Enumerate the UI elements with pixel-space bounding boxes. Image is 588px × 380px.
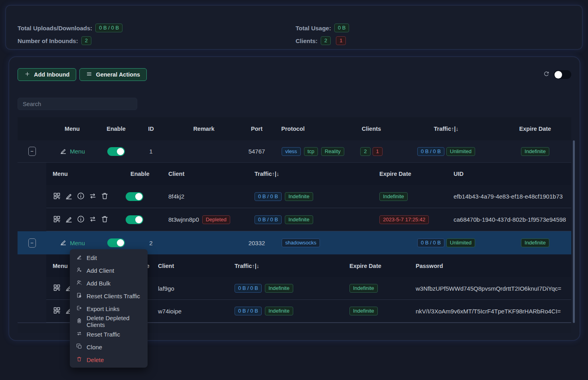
menu-item-reset-traffic[interactable]: Reset Traffic bbox=[70, 328, 148, 341]
inbound-menu-button[interactable]: Menu bbox=[59, 238, 85, 247]
inbound-context-menu: Edit Add Client Add Bulk Reset Clients T… bbox=[70, 249, 148, 368]
menu-lines-icon bbox=[86, 71, 92, 78]
inbound-menu-button[interactable]: Menu bbox=[59, 147, 85, 156]
edit-pencil-icon bbox=[59, 238, 67, 247]
client-uid: ca68470b-1940-437d-802b-1f9573e94598 bbox=[447, 216, 571, 223]
qr-code-icon[interactable] bbox=[53, 192, 61, 201]
collapse-row-button[interactable]: − bbox=[28, 238, 36, 248]
inbound-port: 20332 bbox=[240, 240, 274, 246]
header-client: Client bbox=[162, 171, 248, 177]
traffic-limit-badge: Indefinite bbox=[285, 215, 313, 224]
expire-badge: Indefinite bbox=[521, 238, 549, 247]
inbound-clients-badges: 2 1 bbox=[349, 147, 393, 156]
menu-item-delete-depleted-clients[interactable]: Delete Depleted Clients bbox=[70, 315, 148, 328]
header-traffic-sort[interactable]: Traffic↑|↓ bbox=[228, 263, 343, 269]
protocol-tag: Reality bbox=[321, 147, 344, 156]
client-name: w74ioipe bbox=[152, 308, 228, 315]
add-inbound-label: Add Inbound bbox=[34, 71, 69, 78]
export-links-icon bbox=[76, 305, 82, 312]
add-inbound-button[interactable]: Add Inbound bbox=[18, 68, 76, 81]
client-row: 8t3wjnn8p0 Depleted 0 B / 0 B Indefinite… bbox=[46, 208, 571, 231]
menu-item-export-links[interactable]: Export Links bbox=[70, 302, 148, 315]
traffic-badge: 0 B / 0 B bbox=[255, 192, 282, 201]
depleted-badge: Depleted bbox=[202, 215, 230, 224]
edit-pencil-icon bbox=[59, 147, 67, 156]
menu-item-add-client[interactable]: Add Client bbox=[70, 264, 148, 277]
inbound-port: 54767 bbox=[240, 148, 274, 155]
collapse-row-button[interactable]: − bbox=[28, 147, 36, 156]
client-traffic: 0 B / 0 B Indefinite bbox=[248, 192, 373, 201]
delete-depleted-clients-icon bbox=[76, 318, 82, 325]
general-actions-button[interactable]: General Actions bbox=[79, 68, 147, 81]
reset-traffic-icon[interactable] bbox=[89, 192, 97, 201]
reset-traffic-icon[interactable] bbox=[89, 215, 97, 224]
refresh-icon[interactable] bbox=[543, 71, 550, 79]
client-actions bbox=[46, 215, 124, 224]
protocol-tag: tcp bbox=[304, 147, 318, 156]
clients-active-badge: 2 bbox=[360, 147, 370, 156]
header-uid: UID bbox=[447, 171, 571, 177]
edit-pencil-icon[interactable] bbox=[65, 192, 73, 201]
expire-badge: 2023-5-7 17:25:42 bbox=[379, 215, 429, 224]
qr-code-icon[interactable] bbox=[53, 215, 61, 224]
add-client-icon bbox=[76, 267, 82, 274]
menu-item-delete[interactable]: Delete bbox=[70, 353, 148, 366]
header-expire-date: Expire Date bbox=[373, 171, 447, 177]
table-scrollbar-thumb[interactable] bbox=[573, 140, 575, 323]
client-password: w3NfbzUPf5WWd745Q8pvsmQrdrttT2IO6knuI7Di… bbox=[409, 285, 571, 292]
inbound-expire: Indefinite bbox=[499, 147, 571, 156]
inbound-protocol-tags: shadowsocks bbox=[274, 238, 349, 247]
inbound-enable-toggle[interactable] bbox=[107, 147, 125, 156]
traffic-badge: 0 B / 0 B bbox=[417, 238, 444, 247]
inbound-row-1[interactable]: − Menu 1 54767 vless tcp Reality 2 1 bbox=[18, 140, 571, 163]
trash-icon[interactable] bbox=[101, 192, 109, 201]
menu-item-label: Edit bbox=[87, 254, 97, 261]
inbound-expire: Indefinite bbox=[499, 238, 571, 247]
menu-item-label: Delete bbox=[87, 356, 104, 363]
menu-item-clone[interactable]: Clone bbox=[70, 341, 148, 353]
expire-badge: Indefinite bbox=[349, 307, 378, 315]
dark-mode-toggle[interactable] bbox=[554, 70, 571, 79]
header-traffic-sort[interactable]: Traffic↑|↓ bbox=[248, 171, 373, 177]
menu-item-add-bulk[interactable]: Add Bulk bbox=[70, 277, 148, 289]
client-name: laf9go bbox=[152, 285, 228, 292]
traffic-limit-badge: Unlimited bbox=[446, 238, 475, 247]
inbound-enable-toggle[interactable] bbox=[107, 238, 125, 247]
header-expire-date: Expire Date bbox=[499, 126, 571, 132]
menu-item-edit[interactable]: Edit bbox=[70, 251, 148, 264]
stat-inbounds-count: Number of Inbounds: 2 bbox=[18, 36, 91, 45]
vless-clients-table: Menu Enable Client Traffic↑|↓ Expire Dat… bbox=[18, 163, 571, 231]
inbound-menu-label: Menu bbox=[70, 148, 85, 155]
add-bulk-icon bbox=[76, 280, 82, 287]
header-id: ID bbox=[134, 126, 168, 132]
client-password: nkV/I/3XoAm9v6xMT/T5IcrF4TpeTKF98rHARbRo… bbox=[409, 308, 571, 315]
client-traffic: 0 B / 0 B Indefinite bbox=[228, 284, 343, 293]
client-traffic: 0 B / 0 B Indefinite bbox=[228, 307, 343, 315]
trash-icon[interactable] bbox=[101, 215, 109, 224]
client-expire: Indefinite bbox=[343, 284, 409, 293]
client-enable-toggle[interactable] bbox=[126, 215, 143, 224]
clients-header-row: Menu Enable Client Traffic↑|↓ Expire Dat… bbox=[46, 163, 571, 185]
expire-badge: Indefinite bbox=[379, 192, 408, 201]
reset-clients-traffic-icon bbox=[76, 292, 82, 299]
info-icon[interactable] bbox=[77, 192, 85, 201]
menu-item-reset-clients-traffic[interactable]: Reset Clients Traffic bbox=[70, 289, 148, 302]
traffic-badge: 0 B / 0 B bbox=[235, 284, 262, 293]
info-icon[interactable] bbox=[77, 215, 85, 224]
traffic-limit-badge: Indefinite bbox=[285, 192, 313, 201]
header-traffic-sort[interactable]: Traffic↑|↓ bbox=[393, 126, 499, 132]
qr-code-icon[interactable] bbox=[53, 306, 61, 316]
client-name-cell: 8t3wjnn8p0 Depleted bbox=[162, 215, 248, 224]
stats-card: Total Uploads/Downloads: 0 B / 0 B Numbe… bbox=[6, 5, 582, 49]
header-expire-date: Expire Date bbox=[343, 263, 409, 269]
traffic-limit-badge: Unlimited bbox=[446, 147, 475, 156]
client-row: 8f4kj2 0 B / 0 B Indefinite Indefinite e… bbox=[46, 185, 571, 208]
search-input[interactable] bbox=[18, 98, 137, 110]
qr-code-icon[interactable] bbox=[53, 284, 61, 293]
stat-total-uploads: Total Uploads/Downloads: 0 B / 0 B bbox=[18, 24, 122, 32]
header-client: Client bbox=[152, 263, 228, 269]
client-expire: 2023-5-7 17:25:42 bbox=[373, 215, 447, 224]
edit-pencil-icon[interactable] bbox=[65, 215, 73, 224]
inbound-id: 1 bbox=[134, 148, 168, 155]
client-enable-toggle[interactable] bbox=[126, 192, 143, 201]
